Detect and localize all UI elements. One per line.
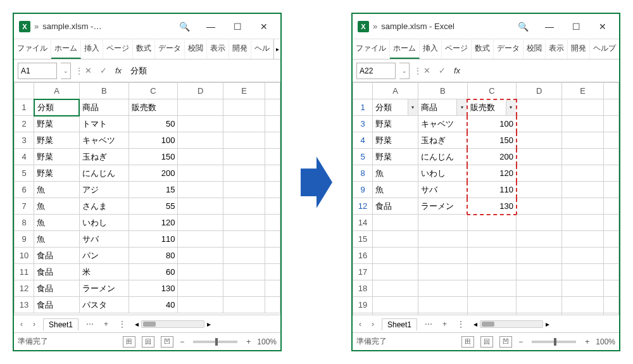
row-header[interactable]: 3 — [15, 132, 34, 149]
view-normal-icon[interactable]: 田 — [123, 336, 135, 348]
tab-page[interactable]: ページ — [442, 39, 472, 59]
sheet-next-icon[interactable]: › — [369, 320, 377, 329]
namebox-dropdown-icon[interactable]: ⌄ — [399, 63, 410, 79]
table-cell[interactable]: いわし — [418, 165, 467, 182]
tab-file[interactable]: ファイル — [14, 39, 51, 59]
row-header[interactable]: 1 — [15, 99, 34, 116]
cancel-icon[interactable]: ✕ — [82, 64, 94, 78]
cell-A1[interactable]: 分類▾ — [373, 99, 418, 116]
check-icon[interactable]: ✓ — [436, 64, 448, 78]
scrollbar-h[interactable] — [480, 320, 543, 328]
row-header[interactable]: 11 — [15, 264, 34, 280]
table-cell[interactable]: 玉ねぎ — [418, 132, 467, 149]
table-cell[interactable]: 食品 — [373, 198, 418, 215]
view-break-icon[interactable]: 凹 — [499, 336, 512, 348]
table-cell[interactable]: 食品 — [34, 264, 80, 280]
row-header[interactable]: 2 — [15, 116, 34, 132]
sheet-more-icon[interactable]: ⋯ — [422, 320, 435, 329]
tab-review[interactable]: 校閲 — [523, 39, 546, 59]
table-cell[interactable]: 魚 — [373, 182, 418, 198]
cell-A1[interactable]: 分類 — [34, 99, 80, 116]
table-cell[interactable]: キャベツ — [79, 132, 128, 149]
view-normal-icon[interactable]: 田 — [461, 336, 474, 348]
table-cell[interactable]: 魚 — [373, 165, 418, 182]
minimize-button[interactable]: ― — [199, 18, 222, 35]
row-header[interactable]: 3 — [353, 116, 373, 132]
zoom-slider[interactable] — [532, 341, 576, 343]
row-header[interactable]: 9 — [15, 231, 34, 248]
cell-C1[interactable]: 販売数▾ — [467, 99, 517, 116]
scrollbar-h[interactable] — [141, 320, 204, 328]
search-icon[interactable]: 🔍 — [173, 18, 196, 35]
scroll-right-icon[interactable]: ▸ — [207, 320, 211, 329]
tab-view[interactable]: 表示 — [546, 39, 568, 59]
table-cell[interactable]: いわし — [79, 215, 128, 231]
row-header[interactable]: 5 — [353, 149, 373, 165]
tab-page[interactable]: ページ — [103, 39, 133, 59]
namebox-dropdown-icon[interactable]: ⌄ — [61, 63, 71, 79]
table-cell[interactable]: キャベツ — [418, 116, 467, 132]
row-header[interactable]: 4 — [353, 132, 373, 149]
table-cell[interactable]: 米 — [79, 264, 128, 280]
col-header-B[interactable]: B — [418, 83, 467, 99]
tab-help[interactable]: ヘルプ — [590, 39, 619, 59]
tab-review[interactable]: 校閲 — [185, 39, 207, 59]
filter-icon[interactable]: ▾ — [456, 99, 467, 115]
table-cell[interactable]: 野菜 — [34, 132, 80, 149]
table-cell[interactable]: 40 — [128, 297, 178, 313]
table-cell[interactable]: さんま — [79, 198, 128, 215]
table-cell[interactable]: 110 — [467, 182, 517, 198]
row-header[interactable]: 9 — [353, 182, 373, 198]
scroll-left-icon[interactable]: ◂ — [473, 320, 477, 329]
row-header[interactable]: 16 — [353, 248, 373, 264]
table-cell[interactable]: 120 — [128, 215, 178, 231]
col-header-D[interactable]: D — [517, 83, 562, 99]
table-cell[interactable]: 魚 — [34, 182, 80, 198]
tab-dev[interactable]: 開発 — [568, 39, 590, 59]
minimize-button[interactable]: ― — [538, 18, 561, 35]
cell-B1[interactable]: 商品 — [79, 99, 128, 116]
filter-applied-icon[interactable]: ▾ — [506, 100, 516, 116]
close-button[interactable]: ✕ — [253, 18, 275, 35]
row-header[interactable]: 20 — [353, 313, 373, 315]
row-header[interactable]: 8 — [15, 215, 34, 231]
scroll-right-icon[interactable]: ▸ — [546, 320, 549, 329]
row-header[interactable]: 18 — [353, 280, 373, 297]
zoom-in-icon[interactable]: + — [585, 337, 589, 346]
tab-insert[interactable]: 挿入 — [420, 39, 442, 59]
table-cell[interactable]: 野菜 — [34, 116, 80, 132]
row-header[interactable]: 10 — [15, 248, 34, 264]
maximize-button[interactable]: ☐ — [565, 18, 587, 35]
table-cell[interactable]: ラーメン — [418, 198, 467, 215]
row-header[interactable]: 4 — [15, 149, 34, 165]
sheet-prev-icon[interactable]: ‹ — [18, 320, 25, 329]
table-cell[interactable]: 200 — [467, 149, 517, 165]
row-header[interactable]: 1 — [353, 99, 373, 116]
tab-insert[interactable]: 挿入 — [81, 39, 103, 59]
table-cell[interactable]: アジ — [79, 182, 128, 198]
table-cell[interactable]: パスタ — [79, 297, 128, 313]
check-icon[interactable]: ✓ — [97, 64, 109, 78]
zoom-out-icon[interactable]: − — [518, 337, 523, 346]
sheet-tab[interactable]: Sheet1 — [43, 318, 78, 330]
table-cell[interactable]: ラーメン — [79, 280, 128, 297]
table-cell[interactable]: 食品 — [34, 248, 80, 264]
table-cell[interactable]: 玉ねぎ — [79, 149, 128, 165]
zoom-in-icon[interactable]: + — [246, 337, 251, 346]
row-header[interactable]: 7 — [15, 198, 34, 215]
close-button[interactable]: ✕ — [591, 18, 614, 35]
table-cell[interactable]: 野菜 — [373, 132, 418, 149]
new-sheet-icon[interactable]: + — [101, 320, 111, 329]
table-cell[interactable]: 魚 — [34, 215, 80, 231]
row-header[interactable]: 12 — [353, 198, 373, 215]
tab-formula[interactable]: 数式 — [133, 39, 155, 59]
col-header-C[interactable]: C — [128, 83, 178, 99]
table-cell[interactable]: 100 — [467, 116, 517, 132]
table-cell[interactable]: 50 — [128, 116, 178, 132]
name-box[interactable]: A22 — [356, 63, 396, 79]
table-cell[interactable]: 150 — [128, 149, 178, 165]
view-page-icon[interactable]: 回 — [480, 336, 493, 348]
maximize-button[interactable]: ☐ — [226, 18, 249, 35]
col-header-C[interactable]: C — [467, 83, 517, 99]
row-header[interactable]: 13 — [15, 297, 34, 313]
